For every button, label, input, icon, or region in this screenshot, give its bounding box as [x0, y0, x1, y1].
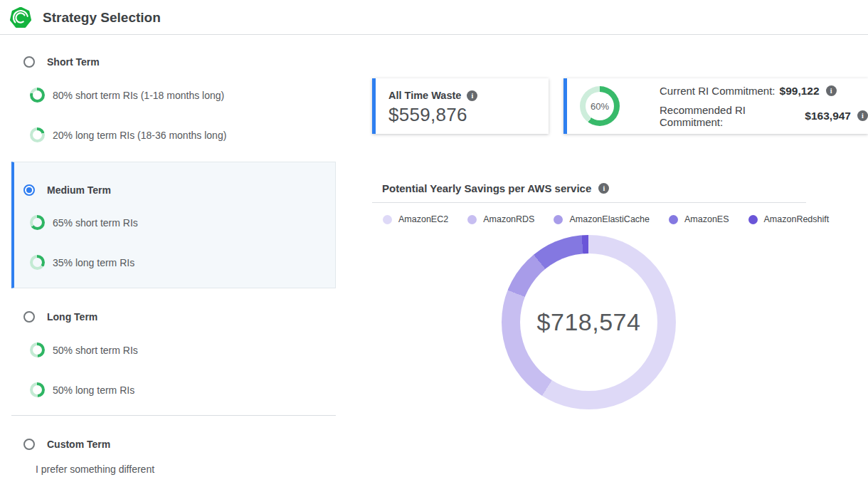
- donut-total-label: $718,574: [502, 235, 676, 409]
- info-icon[interactable]: i: [598, 183, 609, 194]
- cloudability-logo-icon: [10, 7, 31, 28]
- strategy-option-custom-term[interactable]: Custom Term: [23, 439, 110, 450]
- info-icon[interactable]: i: [857, 110, 868, 121]
- allocation-ring-icon: [30, 342, 45, 357]
- allocation-item: 35% long term RIs: [30, 255, 134, 270]
- section-divider: [11, 415, 336, 416]
- allocation-label: 50% short term RIs: [53, 345, 138, 356]
- legend-label: AmazonES: [684, 214, 729, 224]
- option-label: Custom Term: [47, 439, 110, 450]
- page-title: Strategy Selection: [43, 10, 161, 26]
- custom-term-description: I prefer something different: [36, 464, 154, 475]
- allocation-ring-icon: [30, 88, 45, 103]
- legend-dot: [748, 215, 758, 224]
- allocation-ring-icon: [30, 382, 45, 397]
- current-ri-label: Current RI Commitment:: [660, 85, 776, 97]
- radio-button-custom-term[interactable]: [23, 439, 35, 450]
- strategy-option-long-term[interactable]: Long Term: [23, 311, 97, 323]
- allocation-item: 65% short term RIs: [30, 215, 138, 230]
- allocation-item: 50% long term RIs: [30, 382, 134, 397]
- legend-dot: [467, 215, 477, 224]
- top-header-bar: Strategy Selection: [0, 0, 868, 35]
- radio-button-medium-term[interactable]: [23, 184, 35, 196]
- legend-item-AmazonEC2[interactable]: AmazonEC2: [383, 214, 448, 224]
- chart-legend: AmazonEC2AmazonRDSAmazonElastiCacheAmazo…: [383, 214, 829, 224]
- ri-commitment-card: 60% Current RI Commitment: $99,122 i Rec…: [563, 78, 868, 134]
- legend-label: AmazonRDS: [483, 214, 534, 224]
- legend-item-AmazonElastiCache[interactable]: AmazonElastiCache: [554, 214, 650, 224]
- recommended-ri-commitment-row: Recommended RI Commitment: $163,947 i: [660, 104, 868, 128]
- allocation-item: 20% long term RIs (18-36 months long): [30, 127, 226, 142]
- legend-label: AmazonEC2: [398, 214, 448, 224]
- legend-dot: [554, 215, 563, 224]
- strategy-option-short-term[interactable]: Short Term: [23, 56, 100, 68]
- chart-title: Potential Yearly Savings per AWS service: [382, 182, 591, 194]
- allocation-ring-icon: [30, 215, 45, 230]
- allocation-label: 80% short term RIs (1-18 months long): [53, 90, 224, 101]
- allocation-label: 35% long term RIs: [53, 257, 134, 268]
- legend-item-AmazonRedshift[interactable]: AmazonRedshift: [748, 214, 830, 224]
- legend-dot: [669, 215, 678, 224]
- info-icon[interactable]: i: [826, 85, 837, 96]
- current-ri-commitment-row: Current RI Commitment: $99,122 i: [660, 85, 868, 98]
- option-label: Long Term: [47, 311, 97, 323]
- allocation-label: 65% short term RIs: [53, 217, 138, 229]
- option-label: Short Term: [47, 56, 100, 68]
- radio-button-long-term[interactable]: [23, 311, 35, 323]
- legend-label: AmazonRedshift: [764, 214, 830, 224]
- ri-commitment-gauge: 60%: [580, 86, 620, 126]
- all-time-waste-value: $559,876: [388, 104, 549, 126]
- option-label: Medium Term: [47, 184, 111, 196]
- allocation-item: 50% short term RIs: [30, 342, 138, 357]
- legend-item-AmazonRDS[interactable]: AmazonRDS: [467, 214, 534, 224]
- legend-item-AmazonES[interactable]: AmazonES: [669, 214, 729, 224]
- allocation-ring-icon: [30, 127, 45, 142]
- recommended-ri-value: $163,947: [805, 110, 851, 122]
- info-icon[interactable]: i: [467, 90, 477, 101]
- allocation-label: 50% long term RIs: [53, 384, 134, 396]
- allocation-ring-icon: [30, 255, 45, 270]
- chart-divider: [372, 202, 806, 203]
- allocation-item: 80% short term RIs (1-18 months long): [30, 88, 224, 103]
- all-time-waste-label: All Time Waste: [388, 90, 461, 101]
- recommended-ri-label: Recommended RI Commitment:: [660, 104, 800, 128]
- allocation-label: 20% long term RIs (18-36 months long): [53, 130, 226, 141]
- legend-dot: [383, 215, 392, 224]
- legend-label: AmazonElastiCache: [569, 214, 650, 224]
- current-ri-value: $99,122: [780, 85, 820, 98]
- radio-button-short-term[interactable]: [23, 56, 35, 68]
- gauge-percent-label: 60%: [580, 86, 620, 126]
- strategy-option-medium-term[interactable]: Medium Term: [23, 184, 111, 196]
- savings-donut-chart: $718,574: [502, 235, 676, 409]
- all-time-waste-card: All Time Waste i $559,876: [372, 78, 549, 134]
